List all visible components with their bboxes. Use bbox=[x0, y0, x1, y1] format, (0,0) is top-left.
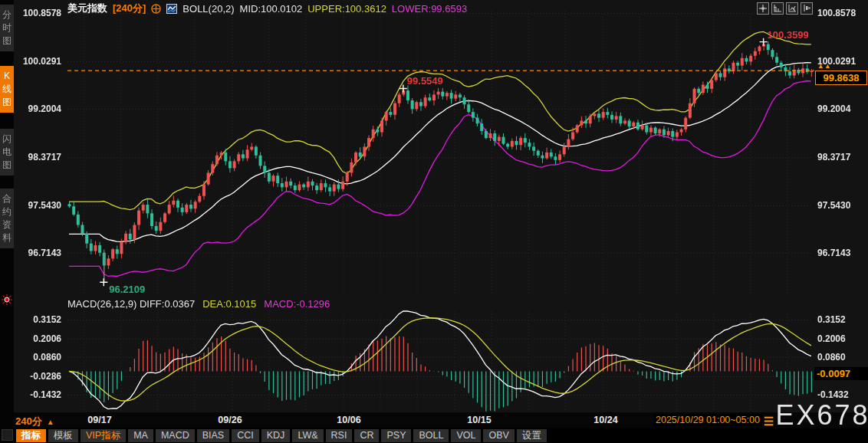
period-label[interactable]: [240分] bbox=[113, 2, 146, 15]
toolbar-item-指标[interactable]: 指标 bbox=[16, 429, 46, 442]
toolbar-item-MACD[interactable]: MACD bbox=[156, 429, 195, 442]
sidebar-tab-3[interactable]: 闪电图 bbox=[0, 129, 14, 176]
y-axis-label-right: 0.3152 bbox=[817, 314, 863, 325]
toolbar-item-OBV[interactable]: OBV bbox=[483, 429, 514, 442]
price-annotation-high: 100.3599 bbox=[768, 29, 809, 41]
price-annotation-low: 96.2109 bbox=[109, 284, 145, 295]
y-axis-label-left: 0.0860 bbox=[15, 352, 61, 363]
x-axis-date-label: 09/26 bbox=[218, 415, 242, 425]
toolbar-item-PSY[interactable]: PSY bbox=[381, 429, 411, 442]
bottom-period-label[interactable]: 240分 bbox=[15, 415, 42, 428]
zoom-x-axis-icon[interactable] bbox=[771, 2, 784, 15]
y-axis-label-left: -0.1432 bbox=[15, 389, 61, 400]
y-axis-label-left: 98.3717 bbox=[15, 152, 61, 162]
toolbar-item-MA[interactable]: MA bbox=[128, 429, 153, 442]
x-axis-date-label: 09/17 bbox=[87, 415, 111, 425]
macd-header: MACD(26,12,9) DIFF:0.0367 DEA:0.1015 MAC… bbox=[67, 298, 330, 310]
y-axis-label-right: 96.7143 bbox=[817, 248, 863, 258]
y-axis-label-right: 100.8578 bbox=[817, 8, 863, 18]
watermark: ☰ EX678 bbox=[764, 402, 868, 429]
price-annotation-high: 99.5549 bbox=[407, 75, 443, 87]
toolbar-item-KDJ[interactable]: KDJ bbox=[261, 429, 291, 442]
bottom-period[interactable]: 240分 ▲ bbox=[15, 415, 54, 428]
macd-macd-value: MACD:-0.1296 bbox=[264, 298, 330, 310]
chart-canvas[interactable] bbox=[0, 0, 868, 443]
boll-upper-value: UPPER:100.3612 bbox=[307, 3, 386, 15]
y-axis-label-right: 99.2004 bbox=[817, 103, 863, 114]
toolbar-item-BOLL[interactable]: BOLL bbox=[413, 429, 449, 442]
chart-tools bbox=[757, 2, 813, 15]
y-axis-label-left: 97.5430 bbox=[15, 200, 61, 211]
chart-header: 美元指数 [240分] BOLL(20,2) MID:100.0102 UPPE… bbox=[67, 2, 467, 15]
symbol-name: 美元指数 bbox=[67, 2, 107, 15]
indicator-chart-icon[interactable] bbox=[166, 4, 177, 14]
y-axis-label-right: 98.3717 bbox=[817, 152, 863, 162]
crosshair-circle-icon[interactable] bbox=[151, 4, 161, 14]
indicator-toolbar: 指标模板VIP指标MAMACDBIASCCIKDJLW&RSICRPSYBOLL… bbox=[14, 428, 868, 443]
boll-mid-value: MID:100.0102 bbox=[240, 3, 303, 15]
macd-value-badge: -0.0097 bbox=[814, 367, 868, 380]
y-axis-label-left: 0.3152 bbox=[15, 314, 61, 325]
y-axis-label-left: 100.0291 bbox=[15, 56, 61, 67]
boll-indicator-label: BOLL(20,2) bbox=[182, 3, 234, 15]
toolbar-item-VOL[interactable]: VOL bbox=[451, 429, 481, 442]
toolbar-item-RSI[interactable]: RSI bbox=[326, 429, 353, 442]
trading-app-window: 分时图K线图闪电图合约资料 美元指数 [240分] BOLL(20,2) MID… bbox=[0, 0, 868, 443]
y-axis-label-left: 100.8578 bbox=[15, 8, 61, 18]
current-price-badge: 99.8638 bbox=[815, 71, 867, 85]
y-axis-label-left: 0.2006 bbox=[15, 333, 61, 344]
macd-dea-value: DEA:0.1015 bbox=[202, 298, 256, 310]
toolbar-item-模板[interactable]: 模板 bbox=[48, 429, 78, 442]
toolbar-item-CCI[interactable]: CCI bbox=[232, 429, 259, 442]
toolbar-item-VIP指标[interactable]: VIP指标 bbox=[81, 429, 126, 442]
zoom-y-axis-icon[interactable] bbox=[786, 2, 798, 15]
toolbar-item-LW&[interactable]: LW& bbox=[292, 429, 323, 442]
current-bar-timestamp: 2025/10/29 01:00~05:00 bbox=[653, 414, 762, 426]
y-axis-label-left: 96.7143 bbox=[15, 248, 61, 258]
toolbar-item-BIAS[interactable]: BIAS bbox=[197, 429, 230, 442]
toolbar-item-设置[interactable]: 设置 bbox=[517, 429, 547, 442]
y-axis-label-right: 97.5430 bbox=[817, 200, 863, 211]
y-axis-label-left: 99.2004 bbox=[15, 103, 61, 114]
corner-icon[interactable] bbox=[2, 429, 13, 441]
boll-lower-value: LOWER:99.6593 bbox=[392, 3, 467, 15]
toolbar-item-CR[interactable]: CR bbox=[354, 429, 379, 442]
y-axis-label-right: -0.1432 bbox=[817, 389, 863, 400]
sidebar-tab-4[interactable]: 合约资料 bbox=[0, 189, 14, 248]
watermark-text: EX678 bbox=[775, 402, 868, 429]
macd-title-diff: MACD(26,12,9) DIFF:0.0367 bbox=[67, 298, 195, 310]
x-axis-date-label: 10/06 bbox=[337, 415, 360, 425]
pan-tool-icon[interactable] bbox=[757, 2, 769, 15]
period-up-arrow-icon[interactable]: ▲ bbox=[47, 418, 54, 426]
x-axis-date-label: 10/15 bbox=[467, 415, 491, 425]
y-axis-label-right: 0.0860 bbox=[817, 352, 863, 363]
y-axis-label-right: 0.2006 bbox=[817, 333, 863, 344]
watermark-logo-icon: ☰ bbox=[764, 415, 774, 427]
sidebar-tab-2[interactable]: K线图 bbox=[0, 66, 14, 113]
y-axis-label-left: -0.0286 bbox=[15, 371, 61, 382]
live-indicator-icon bbox=[2, 294, 12, 305]
sidebar: 分时图K线图闪电图合约资料 bbox=[0, 0, 14, 443]
sidebar-tab-1[interactable]: 分时图 bbox=[0, 5, 14, 51]
x-axis-date-label: 10/24 bbox=[593, 415, 617, 425]
reset-view-icon[interactable] bbox=[801, 2, 813, 15]
price-up-arrow-icon: ▲▲ bbox=[817, 63, 831, 69]
